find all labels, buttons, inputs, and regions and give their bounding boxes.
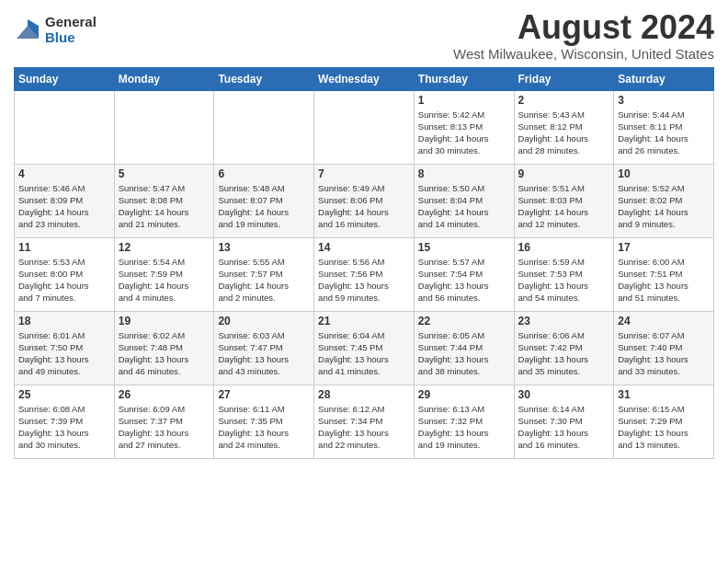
calendar-week-row: 18Sunrise: 6:01 AM Sunset: 7:50 PM Dayli… — [15, 311, 714, 385]
calendar-cell — [214, 90, 314, 164]
day-detail: Sunrise: 5:48 AM Sunset: 8:07 PM Dayligh… — [218, 182, 310, 231]
logo-blue: Blue — [45, 30, 97, 46]
day-detail: Sunrise: 5:43 AM Sunset: 8:12 PM Dayligh… — [518, 109, 610, 157]
calendar-cell: 18Sunrise: 6:01 AM Sunset: 7:50 PM Dayli… — [15, 311, 115, 385]
day-detail: Sunrise: 5:54 AM Sunset: 7:59 PM Dayligh… — [119, 256, 210, 304]
day-detail: Sunrise: 6:12 AM Sunset: 7:34 PM Dayligh… — [318, 403, 410, 452]
calendar-cell — [15, 90, 115, 164]
day-detail: Sunrise: 6:04 AM Sunset: 7:45 PM Dayligh… — [318, 329, 410, 378]
calendar-table: SundayMondayTuesdayWednesdayThursdayFrid… — [14, 67, 714, 459]
day-detail: Sunrise: 5:51 AM Sunset: 8:03 PM Dayligh… — [518, 182, 610, 231]
header: General Blue August 2024 West Milwaukee,… — [14, 9, 714, 62]
day-number: 29 — [418, 388, 510, 401]
day-number: 21 — [318, 315, 410, 327]
calendar-header-row: SundayMondayTuesdayWednesdayThursdayFrid… — [15, 67, 714, 90]
day-detail: Sunrise: 6:11 AM Sunset: 7:35 PM Dayligh… — [218, 403, 310, 452]
day-number: 7 — [318, 167, 410, 180]
day-number: 25 — [18, 388, 110, 401]
day-number: 23 — [518, 315, 610, 327]
calendar-cell — [114, 90, 214, 164]
calendar-cell: 29Sunrise: 6:13 AM Sunset: 7:32 PM Dayli… — [414, 385, 514, 458]
day-header-friday: Friday — [514, 67, 614, 90]
day-number: 27 — [218, 388, 310, 401]
day-detail: Sunrise: 6:15 AM Sunset: 7:29 PM Dayligh… — [618, 403, 710, 452]
day-detail: Sunrise: 6:03 AM Sunset: 7:47 PM Dayligh… — [218, 329, 310, 378]
calendar-week-row: 11Sunrise: 5:53 AM Sunset: 8:00 PM Dayli… — [15, 237, 714, 311]
calendar-cell: 20Sunrise: 6:03 AM Sunset: 7:47 PM Dayli… — [214, 311, 314, 385]
day-number: 8 — [418, 167, 510, 180]
day-detail: Sunrise: 6:07 AM Sunset: 7:40 PM Dayligh… — [618, 329, 710, 378]
day-detail: Sunrise: 6:13 AM Sunset: 7:32 PM Dayligh… — [418, 403, 510, 452]
day-header-monday: Monday — [114, 67, 214, 90]
day-detail: Sunrise: 5:44 AM Sunset: 8:11 PM Dayligh… — [618, 109, 710, 157]
title-area: August 2024 West Milwaukee, Wisconsin, U… — [453, 9, 714, 62]
calendar-week-row: 25Sunrise: 6:08 AM Sunset: 7:39 PM Dayli… — [15, 385, 714, 458]
day-detail: Sunrise: 6:08 AM Sunset: 7:39 PM Dayligh… — [18, 403, 110, 452]
calendar-cell: 13Sunrise: 5:55 AM Sunset: 7:57 PM Dayli… — [214, 237, 314, 311]
day-number: 31 — [618, 388, 710, 401]
calendar-cell: 14Sunrise: 5:56 AM Sunset: 7:56 PM Dayli… — [314, 237, 415, 311]
location-title: West Milwaukee, Wisconsin, United States — [453, 46, 714, 62]
calendar-cell: 16Sunrise: 5:59 AM Sunset: 7:53 PM Dayli… — [514, 237, 614, 311]
calendar-cell: 1Sunrise: 5:42 AM Sunset: 8:13 PM Daylig… — [414, 90, 514, 164]
logo-icon — [14, 17, 41, 44]
day-number: 24 — [618, 315, 710, 327]
day-number: 28 — [318, 388, 410, 401]
day-detail: Sunrise: 5:42 AM Sunset: 8:13 PM Dayligh… — [418, 109, 510, 157]
day-header-saturday: Saturday — [614, 67, 714, 90]
calendar-cell: 15Sunrise: 5:57 AM Sunset: 7:54 PM Dayli… — [414, 237, 514, 311]
day-detail: Sunrise: 6:02 AM Sunset: 7:48 PM Dayligh… — [119, 329, 210, 378]
day-number: 15 — [418, 241, 510, 254]
day-number: 26 — [119, 388, 210, 401]
day-detail: Sunrise: 5:57 AM Sunset: 7:54 PM Dayligh… — [418, 256, 510, 304]
day-number: 16 — [518, 241, 610, 254]
calendar-cell: 4Sunrise: 5:46 AM Sunset: 8:09 PM Daylig… — [15, 164, 115, 237]
day-number: 3 — [618, 94, 710, 107]
day-detail: Sunrise: 5:59 AM Sunset: 7:53 PM Dayligh… — [518, 256, 610, 304]
day-header-sunday: Sunday — [15, 67, 115, 90]
calendar-cell: 11Sunrise: 5:53 AM Sunset: 8:00 PM Dayli… — [15, 237, 115, 311]
calendar-cell: 17Sunrise: 6:00 AM Sunset: 7:51 PM Dayli… — [614, 237, 714, 311]
calendar-cell: 8Sunrise: 5:50 AM Sunset: 8:04 PM Daylig… — [414, 164, 514, 237]
calendar-cell: 12Sunrise: 5:54 AM Sunset: 7:59 PM Dayli… — [114, 237, 214, 311]
calendar-cell: 31Sunrise: 6:15 AM Sunset: 7:29 PM Dayli… — [614, 385, 714, 458]
day-detail: Sunrise: 5:52 AM Sunset: 8:02 PM Dayligh… — [618, 182, 710, 231]
calendar-cell: 21Sunrise: 6:04 AM Sunset: 7:45 PM Dayli… — [314, 311, 415, 385]
day-number: 11 — [18, 241, 110, 254]
day-detail: Sunrise: 6:09 AM Sunset: 7:37 PM Dayligh… — [119, 403, 210, 452]
day-header-tuesday: Tuesday — [214, 67, 314, 90]
day-number: 6 — [218, 167, 310, 180]
month-title: August 2024 — [453, 9, 714, 46]
calendar-cell — [314, 90, 415, 164]
day-detail: Sunrise: 6:14 AM Sunset: 7:30 PM Dayligh… — [518, 403, 610, 452]
day-detail: Sunrise: 5:56 AM Sunset: 7:56 PM Dayligh… — [318, 256, 410, 304]
calendar-cell: 25Sunrise: 6:08 AM Sunset: 7:39 PM Dayli… — [15, 385, 115, 458]
day-number: 4 — [18, 167, 110, 180]
day-detail: Sunrise: 6:00 AM Sunset: 7:51 PM Dayligh… — [618, 256, 710, 304]
calendar-cell: 10Sunrise: 5:52 AM Sunset: 8:02 PM Dayli… — [614, 164, 714, 237]
day-number: 30 — [518, 388, 610, 401]
day-detail: Sunrise: 5:46 AM Sunset: 8:09 PM Dayligh… — [18, 182, 110, 231]
calendar-cell: 7Sunrise: 5:49 AM Sunset: 8:06 PM Daylig… — [314, 164, 415, 237]
day-number: 17 — [618, 241, 710, 254]
calendar-cell: 6Sunrise: 5:48 AM Sunset: 8:07 PM Daylig… — [214, 164, 314, 237]
logo-general: General — [45, 15, 97, 30]
day-number: 20 — [218, 315, 310, 327]
calendar-cell: 30Sunrise: 6:14 AM Sunset: 7:30 PM Dayli… — [514, 385, 614, 458]
calendar-cell: 22Sunrise: 6:05 AM Sunset: 7:44 PM Dayli… — [414, 311, 514, 385]
calendar-week-row: 4Sunrise: 5:46 AM Sunset: 8:09 PM Daylig… — [15, 164, 714, 237]
logo: General Blue — [14, 15, 97, 45]
day-number: 22 — [418, 315, 510, 327]
day-detail: Sunrise: 5:50 AM Sunset: 8:04 PM Dayligh… — [418, 182, 510, 231]
day-number: 19 — [119, 315, 210, 327]
calendar-cell: 28Sunrise: 6:12 AM Sunset: 7:34 PM Dayli… — [314, 385, 415, 458]
day-detail: Sunrise: 5:49 AM Sunset: 8:06 PM Dayligh… — [318, 182, 410, 231]
day-number: 5 — [119, 167, 210, 180]
calendar-cell: 23Sunrise: 6:06 AM Sunset: 7:42 PM Dayli… — [514, 311, 614, 385]
calendar-week-row: 1Sunrise: 5:42 AM Sunset: 8:13 PM Daylig… — [15, 90, 714, 164]
calendar-cell: 5Sunrise: 5:47 AM Sunset: 8:08 PM Daylig… — [114, 164, 214, 237]
day-detail: Sunrise: 5:55 AM Sunset: 7:57 PM Dayligh… — [218, 256, 310, 304]
day-header-thursday: Thursday — [414, 67, 514, 90]
day-number: 13 — [218, 241, 310, 254]
day-detail: Sunrise: 5:47 AM Sunset: 8:08 PM Dayligh… — [119, 182, 210, 231]
